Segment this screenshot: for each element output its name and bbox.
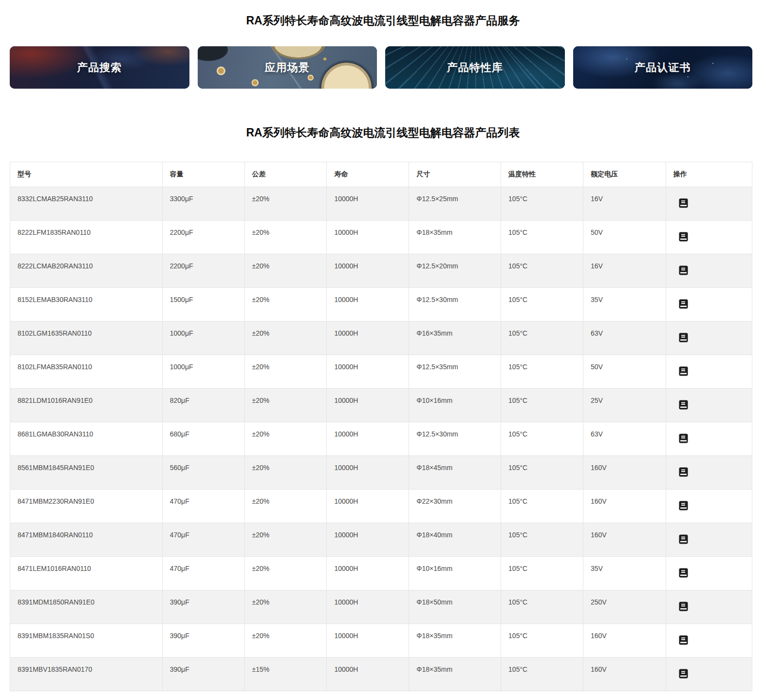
column-header-lifespan: 寿命 xyxy=(327,162,409,187)
cell-dimensions: Φ18×35mm xyxy=(409,221,501,254)
cell-action xyxy=(666,322,752,355)
cell-temperature: 105°C xyxy=(501,187,583,221)
document-icon xyxy=(679,467,688,477)
cell-model: 8821LDM1016RAN91E0 xyxy=(10,389,163,422)
cell-model: 8471MBM2230RAN91E0 xyxy=(10,490,163,523)
document-icon xyxy=(679,232,688,242)
view-detail-button[interactable] xyxy=(679,534,688,544)
cell-capacity: 1000μF xyxy=(162,355,244,389)
cell-action xyxy=(666,254,752,288)
table-row: 8561MBM1845RAN91E0560μF±20%10000HΦ18×45m… xyxy=(10,456,752,490)
view-detail-button[interactable] xyxy=(679,568,688,578)
document-icon xyxy=(679,568,688,578)
cell-voltage: 160V xyxy=(583,523,666,557)
table-header-row: 型号容量公差寿命尺寸温度特性额定电压操作 xyxy=(10,162,752,187)
view-detail-button[interactable] xyxy=(679,501,688,511)
view-detail-button[interactable] xyxy=(679,400,688,410)
view-detail-button[interactable] xyxy=(679,602,688,611)
cell-voltage: 160V xyxy=(583,490,666,523)
table-title: RA系列特长寿命高纹波电流引线型电解电容器产品列表 xyxy=(0,89,766,140)
cell-action xyxy=(666,389,752,422)
cell-voltage: 63V xyxy=(583,322,666,355)
cell-capacity: 680μF xyxy=(162,422,244,456)
table-body: 8332LCMAB25RAN31103300μF±20%10000HΦ12.5×… xyxy=(10,187,752,691)
cell-action xyxy=(666,658,752,691)
cell-lifespan: 10000H xyxy=(327,221,409,254)
view-detail-button[interactable] xyxy=(679,635,688,645)
column-header-capacity: 容量 xyxy=(162,162,244,187)
view-detail-button[interactable] xyxy=(679,198,688,208)
nav-card-label: 产品认证书 xyxy=(635,60,691,75)
cell-lifespan: 10000H xyxy=(327,254,409,288)
document-icon xyxy=(679,366,688,376)
cell-tolerance: ±20% xyxy=(244,355,327,389)
table-row: 8152LEMAB30RAN31101500μF±20%10000HΦ12.5×… xyxy=(10,288,752,322)
cell-tolerance: ±20% xyxy=(244,456,327,490)
cell-lifespan: 10000H xyxy=(327,624,409,658)
view-detail-button[interactable] xyxy=(679,265,688,275)
document-icon xyxy=(679,534,688,544)
nav-card-product-characteristics[interactable]: 产品特性库 xyxy=(385,46,565,89)
nav-card-application-scenarios[interactable]: 应用场景 xyxy=(198,46,377,89)
table-row: 8222LCMAB20RAN31102200μF±20%10000HΦ12.5×… xyxy=(10,254,752,288)
table-row: 8391MBV1835RAN0170390μF±15%10000HΦ18×35m… xyxy=(10,658,752,691)
cell-tolerance: ±20% xyxy=(244,322,327,355)
column-header-model: 型号 xyxy=(10,162,163,187)
cell-capacity: 2200μF xyxy=(162,221,244,254)
document-icon xyxy=(679,635,688,645)
cell-model: 8681LGMAB30RAN3110 xyxy=(10,422,163,456)
nav-card-label: 产品特性库 xyxy=(447,60,503,75)
nav-card-product-certificates[interactable]: 产品认证书 xyxy=(573,46,753,89)
view-detail-button[interactable] xyxy=(679,333,688,342)
cell-capacity: 1000μF xyxy=(162,322,244,355)
cell-lifespan: 10000H xyxy=(327,658,409,691)
nav-card-product-search[interactable]: 产品搜索 xyxy=(10,46,189,89)
view-detail-button[interactable] xyxy=(679,299,688,309)
cell-model: 8102LGM1635RAN0110 xyxy=(10,322,163,355)
cell-voltage: 160V xyxy=(583,658,666,691)
cell-model: 8471LEM1016RAN0110 xyxy=(10,557,163,590)
cell-action xyxy=(666,221,752,254)
table-row: 8391MBM1835RAN01S0390μF±20%10000HΦ18×35m… xyxy=(10,624,752,658)
cell-dimensions: Φ18×35mm xyxy=(409,658,501,691)
cell-capacity: 470μF xyxy=(162,523,244,557)
document-icon xyxy=(679,434,688,443)
cell-action xyxy=(666,288,752,322)
document-icon xyxy=(679,198,688,208)
cell-model: 8391MBM1835RAN01S0 xyxy=(10,624,163,658)
cell-model: 8222LCMAB20RAN3110 xyxy=(10,254,163,288)
cell-tolerance: ±15% xyxy=(244,658,327,691)
cell-dimensions: Φ12.5×30mm xyxy=(409,422,501,456)
cell-tolerance: ±20% xyxy=(244,523,327,557)
cell-voltage: 50V xyxy=(583,221,666,254)
cell-dimensions: Φ10×16mm xyxy=(409,557,501,590)
cell-tolerance: ±20% xyxy=(244,221,327,254)
cell-model: 8222LFM1835RAN0110 xyxy=(10,221,163,254)
cell-dimensions: Φ18×40mm xyxy=(409,523,501,557)
cell-capacity: 3300μF xyxy=(162,187,244,221)
view-detail-button[interactable] xyxy=(679,232,688,242)
view-detail-button[interactable] xyxy=(679,467,688,477)
cell-lifespan: 10000H xyxy=(327,322,409,355)
table-row: 8332LCMAB25RAN31103300μF±20%10000HΦ12.5×… xyxy=(10,187,752,221)
nav-card-label: 应用场景 xyxy=(265,60,310,75)
view-detail-button[interactable] xyxy=(679,366,688,376)
cell-action xyxy=(666,557,752,590)
view-detail-button[interactable] xyxy=(679,434,688,443)
cell-lifespan: 10000H xyxy=(327,456,409,490)
document-icon xyxy=(679,602,688,611)
cell-temperature: 105°C xyxy=(501,322,583,355)
column-header-voltage: 额定电压 xyxy=(583,162,666,187)
column-header-temperature: 温度特性 xyxy=(501,162,583,187)
cell-lifespan: 10000H xyxy=(327,288,409,322)
cell-temperature: 105°C xyxy=(501,254,583,288)
cell-dimensions: Φ12.5×30mm xyxy=(409,288,501,322)
cell-dimensions: Φ12.5×25mm xyxy=(409,187,501,221)
cell-model: 8332LCMAB25RAN3110 xyxy=(10,187,163,221)
cell-temperature: 105°C xyxy=(501,221,583,254)
cell-lifespan: 10000H xyxy=(327,187,409,221)
cell-temperature: 105°C xyxy=(501,624,583,658)
cell-action xyxy=(666,624,752,658)
view-detail-button[interactable] xyxy=(679,669,688,679)
table-row: 8391MDM1850RAN91E0390μF±20%10000HΦ18×50m… xyxy=(10,590,752,624)
